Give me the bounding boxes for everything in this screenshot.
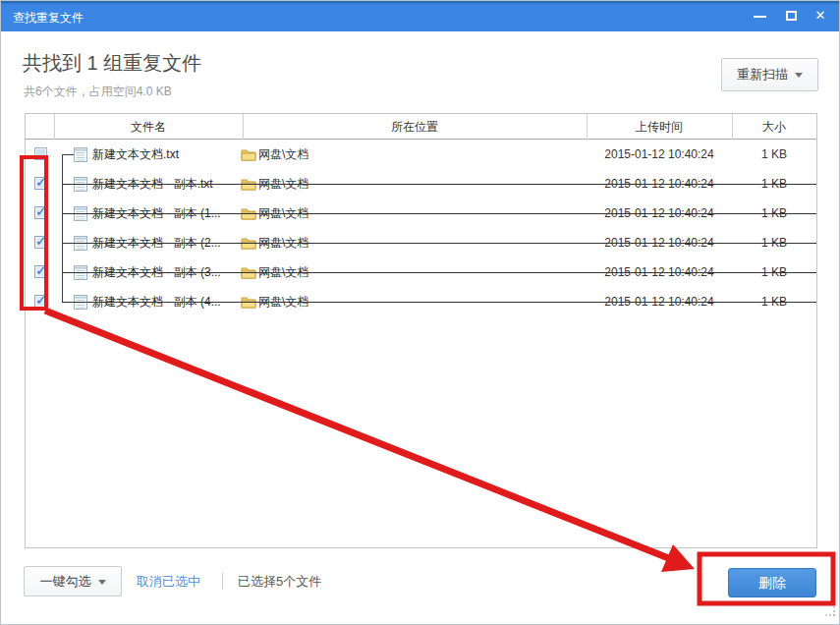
column-header-time: 上传时间 (587, 114, 732, 140)
chevron-down-icon (795, 73, 803, 78)
strikethrough-line (62, 243, 816, 244)
table-row[interactable]: ✓ 新建文本文档 - 副本 (2... 网盘\文档 2015-01-12 10:… (26, 228, 816, 257)
close-icon: ✕ (806, 1, 835, 31)
row-checkbox-checked[interactable]: ✓ (34, 206, 47, 219)
text-file-icon (73, 234, 88, 256)
folder-icon (241, 147, 256, 165)
file-name: 新建文本文档.txt (92, 140, 179, 169)
file-upload-time: 2015-01-12 10:40:24 (587, 140, 732, 169)
folder-icon (241, 295, 256, 312)
text-file-icon (73, 145, 88, 167)
selected-count-text: 已选择5个文件 (238, 566, 321, 597)
folder-icon (241, 206, 256, 224)
checkmark-icon: ✓ (35, 233, 47, 249)
header-separator (54, 114, 55, 140)
duplicate-files-table: 文件名 所在位置 上传时间 大小 新建文本文档.txt 网盘\文档 2015-0… (25, 113, 817, 548)
row-checkbox-checked[interactable]: ✓ (34, 236, 47, 249)
text-file-icon (73, 293, 88, 314)
table-row[interactable]: 新建文本文档.txt 网盘\文档 2015-01-12 10:40:24 1 K… (26, 140, 816, 169)
file-location: 网盘\文档 (258, 140, 308, 169)
delete-button[interactable]: 删除 (728, 568, 816, 597)
strikethrough-line (62, 213, 816, 214)
find-duplicates-dialog: 查找重复文件 ✕ 共找到 1 组重复文件 共6个文件，占用空间4.0 KB 重新… (0, 0, 840, 625)
row-checkbox-checked[interactable]: ✓ (34, 177, 47, 190)
text-file-icon (73, 263, 88, 285)
minimize-button[interactable] (745, 1, 774, 31)
column-header-name: 文件名 (54, 114, 243, 140)
footer-divider (222, 573, 223, 590)
strikethrough-line (62, 184, 816, 185)
file-size: 1 KB (732, 140, 816, 169)
annotation-arrow-head (661, 544, 695, 572)
text-file-icon (73, 204, 88, 226)
table-row[interactable]: ✓ 新建文本文档 - 副本 (4... 网盘\文档 2015-01-12 10:… (26, 287, 816, 316)
table-row[interactable]: ✓ 新建文本文档 - 副本.txt 网盘\文档 2015-01-12 10:40… (26, 169, 816, 199)
cancel-selected-link[interactable]: 取消已选中 (137, 566, 200, 597)
folder-icon (241, 177, 256, 195)
rescan-button[interactable]: 重新扫描 (721, 58, 818, 91)
window-title: 查找重复文件 (13, 10, 84, 27)
column-header-size: 大小 (732, 114, 816, 140)
header-separator (587, 114, 588, 140)
page-title: 共找到 1 组重复文件 (23, 50, 201, 77)
titlebar: 查找重复文件 ✕ (1, 1, 839, 31)
select-all-button[interactable]: 一键勾选 (24, 566, 122, 597)
page-subtitle: 共6个文件，占用空间4.0 KB (24, 84, 172, 100)
checkmark-icon: ✓ (35, 203, 47, 219)
checkmark-icon: ✓ (35, 174, 47, 190)
maximize-icon (786, 11, 797, 21)
select-all-label: 一键勾选 (40, 574, 91, 589)
table-header: 文件名 所在位置 上传时间 大小 (26, 114, 816, 140)
minimize-icon (754, 16, 766, 18)
rescan-label: 重新扫描 (737, 67, 788, 82)
row-checkbox-checked[interactable]: ✓ (34, 265, 47, 278)
folder-icon (241, 265, 256, 283)
checkmark-icon: ✓ (35, 292, 47, 308)
maximize-button[interactable] (776, 1, 806, 31)
strikethrough-line (62, 272, 816, 273)
strikethrough-line (62, 302, 816, 303)
table-row[interactable]: ✓ 新建文本文档 - 副本 (1... 网盘\文档 2015-01-12 10:… (26, 199, 816, 228)
row-checkbox-checked[interactable]: ✓ (34, 295, 47, 308)
column-header-location: 所在位置 (243, 114, 587, 140)
header-separator (243, 114, 244, 140)
folder-icon (241, 236, 256, 254)
chevron-down-icon (98, 580, 106, 585)
header-separator (732, 114, 733, 140)
close-button[interactable]: ✕ (806, 1, 835, 31)
text-file-icon (73, 175, 88, 197)
checkmark-icon: ✓ (35, 262, 47, 278)
resize-grip-icon[interactable] (825, 603, 836, 621)
table-row[interactable]: ✓ 新建文本文档 - 副本 (3... 网盘\文档 2015-01-12 10:… (26, 257, 816, 287)
row-checkbox-unchecked[interactable] (34, 147, 47, 160)
